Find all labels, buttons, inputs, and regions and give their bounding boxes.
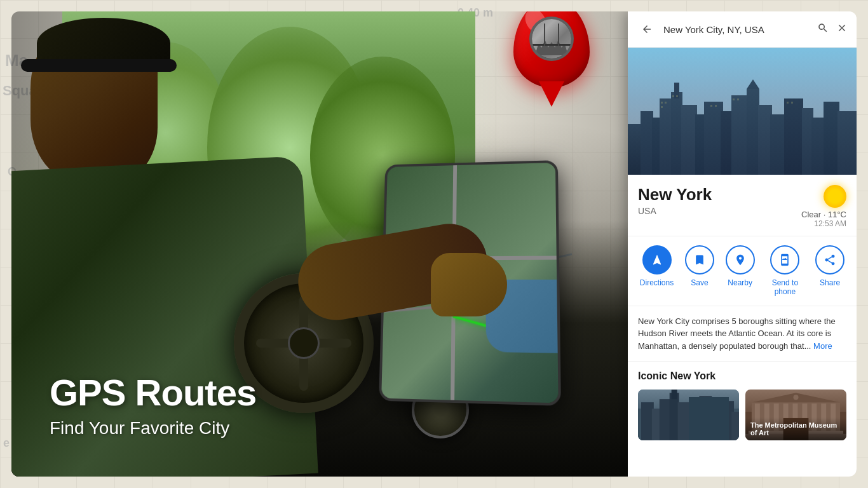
city-info-row: New York USA Clear · 11°C 12:53 AM <box>638 185 846 228</box>
nearby-button[interactable]: Nearby <box>726 245 755 297</box>
share-button[interactable]: Share <box>815 245 844 297</box>
svg-rect-35 <box>660 399 671 440</box>
action-buttons: Directions Save <box>628 236 857 306</box>
save-button[interactable]: Save <box>685 245 714 297</box>
city-name-block: New York USA <box>638 185 712 216</box>
close-icon[interactable] <box>836 22 848 37</box>
save-icon <box>685 245 714 274</box>
pin-circle <box>529 17 574 61</box>
back-button[interactable] <box>637 19 657 39</box>
outer-frame: 25.0r Kalus'que's 0.40 m Ma Square Q. e … <box>0 0 868 488</box>
svg-point-59 <box>794 395 799 400</box>
svg-rect-37 <box>672 390 677 400</box>
empire-state-image <box>638 390 739 440</box>
svg-rect-36 <box>670 393 679 441</box>
places-row: The Metropolitan Museum of Art <box>638 390 846 440</box>
car-scene: GPS Routes Find Your Favorite City <box>11 11 634 477</box>
share-label: Share <box>820 278 840 287</box>
nearby-label: Nearby <box>728 278 752 287</box>
directions-icon <box>642 245 672 274</box>
weather-condition: Clear · 11°C <box>801 210 846 219</box>
city-name: New York <box>638 185 712 205</box>
description-text: New York City comprises 5 boroughs sitti… <box>628 306 857 362</box>
search-icon[interactable] <box>817 22 829 37</box>
svg-rect-40 <box>699 396 712 440</box>
svg-rect-38 <box>678 402 692 440</box>
save-label: Save <box>691 278 708 287</box>
info-section: New York USA Clear · 11°C 12:53 AM <box>628 175 857 236</box>
iconic-title: Iconic New York <box>638 370 846 382</box>
main-title: GPS Routes <box>50 372 256 413</box>
send-to-phone-label: Send to phone <box>766 278 804 297</box>
place-card-empire-state[interactable] <box>638 390 739 440</box>
directions-button[interactable]: Directions <box>640 245 674 297</box>
pin-body <box>513 11 590 88</box>
maps-header: New York City, NY, USA <box>628 11 857 48</box>
hero-text: GPS Routes Find Your Favorite City <box>50 372 256 438</box>
met-museum-label: The Metropolitan Museum of Art <box>745 417 846 440</box>
place-card-met-museum[interactable]: The Metropolitan Museum of Art <box>745 390 846 440</box>
share-icon <box>815 245 844 274</box>
send-to-phone-icon <box>770 245 799 274</box>
nearby-icon <box>726 245 755 274</box>
skyline-art <box>638 390 739 440</box>
weather-sun-icon <box>801 185 846 208</box>
svg-rect-43 <box>731 412 739 440</box>
main-container: GPS Routes Find Your Favorite City <box>11 11 857 477</box>
more-link[interactable]: More <box>813 341 832 351</box>
location-pin <box>507 11 596 113</box>
weather-time: 12:53 AM <box>801 219 846 228</box>
svg-rect-41 <box>710 409 720 440</box>
sub-title: Find Your Favorite City <box>50 418 256 438</box>
iconic-section: Iconic New York <box>628 362 857 447</box>
weather-block: Clear · 11°C 12:53 AM <box>801 185 846 228</box>
send-to-phone-button[interactable]: Send to phone <box>766 245 804 297</box>
city-country: USA <box>638 206 712 216</box>
svg-rect-39 <box>689 405 701 440</box>
driver-head <box>31 24 158 183</box>
header-icons <box>817 22 848 37</box>
directions-label: Directions <box>640 278 674 287</box>
search-text[interactable]: New York City, NY, USA <box>663 24 811 35</box>
maps-panel: New York City, NY, USA <box>628 11 857 477</box>
driver-hand <box>431 253 507 316</box>
photo-overlay <box>628 48 857 175</box>
city-photo <box>628 48 857 175</box>
